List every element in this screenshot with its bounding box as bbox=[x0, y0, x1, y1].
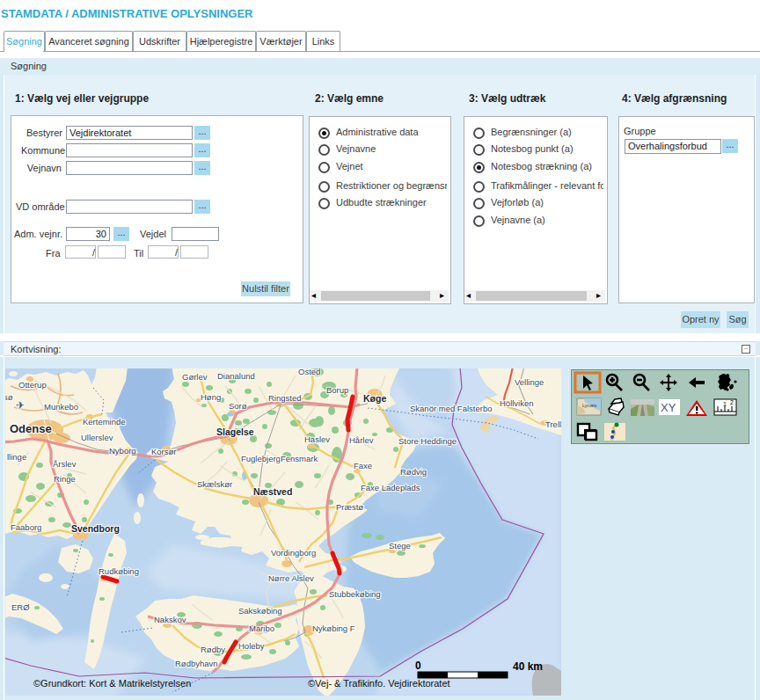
svg-text:Fensmark: Fensmark bbox=[281, 454, 318, 463]
svg-text:Rødvig: Rødvig bbox=[400, 467, 427, 477]
svg-text:Store Heddinge: Store Heddinge bbox=[398, 436, 457, 446]
svg-text:Haslev: Haslev bbox=[304, 434, 330, 444]
svg-text:©Grundkort: Kort & Matrikelsty: ©Grundkort: Kort & Matrikelstyrelsen bbox=[33, 678, 191, 689]
svg-text:Gørlev: Gørlev bbox=[182, 372, 208, 382]
svg-text:Dianalund: Dianalund bbox=[217, 371, 255, 381]
svg-text:Rudkøbing: Rudkøbing bbox=[99, 566, 139, 576]
svg-text:ERØ: ERØ bbox=[11, 602, 30, 612]
svg-text:40 km: 40 km bbox=[513, 660, 543, 673]
svg-text:llinge: llinge bbox=[7, 452, 26, 462]
svg-text:XY: XY bbox=[661, 401, 676, 414]
svg-text:Fuglebjerg: Fuglebjerg bbox=[241, 454, 281, 463]
svg-text:Nyborg: Nyborg bbox=[109, 446, 136, 456]
svg-text:Ringe: Ringe bbox=[54, 474, 76, 484]
svg-text:Höllviken: Höllviken bbox=[500, 398, 534, 408]
svg-text:Køge: Køge bbox=[363, 393, 386, 404]
svg-text:Sakskøbing: Sakskøbing bbox=[238, 606, 282, 616]
svg-text:Hårlev: Hårlev bbox=[349, 435, 374, 445]
svg-text:Munkebo: Munkebo bbox=[44, 402, 78, 412]
svg-text:Sorø: Sorø bbox=[229, 401, 247, 411]
svg-text:Osted: Osted bbox=[298, 368, 320, 376]
svg-text:Årslev: Årslev bbox=[53, 459, 77, 469]
svg-text:Nykøbing F: Nykøbing F bbox=[312, 623, 355, 633]
svg-text:Borup: Borup bbox=[326, 385, 348, 395]
svg-text:Faxe Ladeplads: Faxe Ladeplads bbox=[361, 483, 420, 492]
svg-text:sø: sø bbox=[5, 392, 13, 402]
svg-text:Skælskør: Skælskør bbox=[197, 479, 232, 489]
svg-text:Odense: Odense bbox=[10, 422, 52, 435]
svg-text:Trelle: Trelle bbox=[545, 419, 561, 429]
svg-text:Nørre Alslev: Nørre Alslev bbox=[268, 573, 314, 583]
svg-text:Vellinge: Vellinge bbox=[515, 377, 544, 387]
svg-text:Slagelse: Slagelse bbox=[216, 427, 254, 437]
svg-text:Ullerslev: Ullerslev bbox=[81, 433, 113, 442]
svg-text:Rødby: Rødby bbox=[201, 645, 225, 654]
svg-text:Nakskov: Nakskov bbox=[154, 615, 186, 624]
svg-text:Næstved: Næstved bbox=[253, 486, 292, 497]
svg-text:1: 1 bbox=[723, 401, 727, 407]
svg-text:Lynæs: Lynæs bbox=[582, 403, 597, 408]
svg-text:Svendborg: Svendborg bbox=[71, 523, 120, 534]
svg-text:Stubbekøbing: Stubbekøbing bbox=[329, 589, 381, 599]
svg-text:Præstø: Præstø bbox=[336, 502, 363, 512]
svg-text:Kerteminde: Kerteminde bbox=[83, 417, 126, 427]
svg-text:Vordingborg: Vordingborg bbox=[271, 548, 316, 558]
svg-text:Stege: Stege bbox=[389, 541, 411, 551]
svg-text:Faaborg: Faaborg bbox=[11, 522, 41, 532]
svg-text:Otterup: Otterup bbox=[18, 380, 47, 390]
svg-text:Ringsted: Ringsted bbox=[268, 393, 302, 403]
svg-text:Maribo: Maribo bbox=[249, 623, 274, 633]
svg-text:Holeby: Holeby bbox=[238, 641, 265, 651]
svg-text:✈: ✈ bbox=[16, 399, 25, 412]
svg-text:Skanör med Falsterbo: Skanör med Falsterbo bbox=[410, 404, 492, 413]
svg-text:©Vej- & Trafikinfo. Vejdirekto: ©Vej- & Trafikinfo. Vejdirektoratet bbox=[308, 678, 450, 689]
svg-text:Høng: Høng bbox=[201, 392, 221, 402]
svg-text:Faxe: Faxe bbox=[354, 461, 372, 470]
svg-text:Korsør: Korsør bbox=[151, 447, 177, 456]
svg-text:0: 0 bbox=[415, 660, 421, 672]
svg-text:2: 2 bbox=[730, 399, 734, 405]
svg-text:Rødbyhavn: Rødbyhavn bbox=[175, 659, 218, 668]
